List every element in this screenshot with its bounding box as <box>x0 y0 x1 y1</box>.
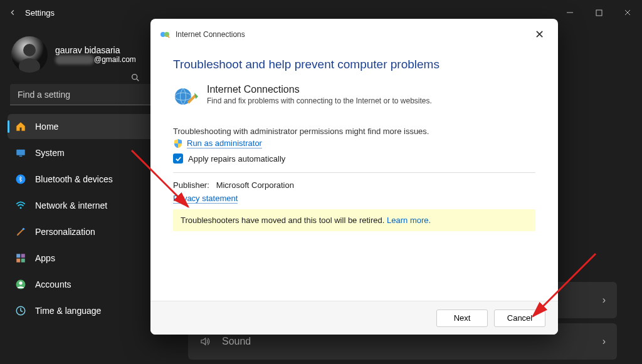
email-redacted <box>55 55 94 65</box>
dialog-breadcrumb: Internet Connections <box>176 30 245 39</box>
apply-repairs-row[interactable]: Apply repairs automatically <box>173 153 535 164</box>
close-button[interactable] <box>613 0 642 25</box>
bluetooth-icon <box>15 174 26 185</box>
svg-point-10 <box>20 207 22 209</box>
checkbox-checked[interactable] <box>173 153 183 164</box>
apply-repairs-label: Apply repairs automatically <box>188 154 285 164</box>
chevron-right-icon: › <box>603 294 606 306</box>
sidebar-item-apps[interactable]: Apps <box>8 246 155 271</box>
deprecation-banner: Troubleshooters have moved and this tool… <box>173 209 535 231</box>
dialog-header: Internet Connections ✕ <box>150 19 558 48</box>
apps-icon <box>15 252 26 264</box>
chevron-right-icon: › <box>603 336 606 347</box>
svg-point-3 <box>23 44 36 56</box>
internet-connections-icon <box>173 84 198 109</box>
sidebar-item-accounts[interactable]: Accounts <box>8 272 155 297</box>
clock-globe-icon <box>15 305 26 316</box>
svg-rect-7 <box>16 150 25 155</box>
cancel-button[interactable]: Cancel <box>494 309 545 327</box>
sidebar-item-label: Accounts <box>35 279 71 289</box>
sidebar-item-personalization[interactable]: Personalization <box>8 219 155 244</box>
sidebar-item-label: Network & internet <box>35 200 107 211</box>
sidebar-item-home[interactable]: Home <box>8 114 155 139</box>
sidebar-item-label: Apps <box>35 253 55 263</box>
publisher-row: Publisher: Microsoft Corporation <box>173 180 535 190</box>
sidebar-item-network[interactable]: Network & internet <box>8 193 155 218</box>
sidebar-item-bluetooth[interactable]: Bluetooth & devices <box>8 167 155 192</box>
search-icon <box>130 73 140 85</box>
svg-rect-14 <box>16 259 20 263</box>
svg-rect-15 <box>21 259 25 263</box>
profile-email: @gmail.com <box>55 55 136 64</box>
system-icon <box>15 147 26 159</box>
sidebar-item-system[interactable]: System <box>8 140 155 165</box>
home-icon <box>15 121 26 132</box>
learn-more-link[interactable]: Learn more. <box>387 216 431 225</box>
sidebar-item-label: Personalization <box>35 227 95 237</box>
svg-rect-13 <box>21 254 25 257</box>
admin-note: Troubleshooting with administrator permi… <box>173 127 535 136</box>
item-title: Internet Connections <box>207 84 432 95</box>
svg-point-5 <box>132 75 137 80</box>
search-wrap <box>10 84 153 105</box>
sidebar-item-label: Home <box>35 122 58 132</box>
app-title: Settings <box>25 8 55 18</box>
wifi-icon <box>15 200 26 211</box>
sidebar-item-time[interactable]: Time & language <box>8 298 155 323</box>
dialog-heading: Troubleshoot and help prevent computer p… <box>173 58 535 71</box>
person-icon <box>15 279 26 290</box>
nav-list: Home System Bluetooth & devices Network … <box>8 114 155 323</box>
privacy-link[interactable]: Privacy statement <box>173 194 238 204</box>
search-input[interactable] <box>10 84 153 105</box>
item-desc: Find and fix problems with connecting to… <box>207 96 432 105</box>
sidebar-item-label: Time & language <box>35 306 101 316</box>
run-as-admin-link[interactable]: Run as administrator <box>187 138 262 148</box>
troubleshoot-icon <box>159 29 171 40</box>
dialog-body: Troubleshoot and help prevent computer p… <box>150 48 558 301</box>
svg-line-6 <box>137 79 139 81</box>
svg-point-17 <box>19 281 22 284</box>
svg-rect-8 <box>19 156 23 157</box>
divider <box>173 172 535 173</box>
dialog-close-button[interactable]: ✕ <box>530 25 549 44</box>
row-label: Sound <box>222 336 251 347</box>
profile-name: gaurav bidasaria <box>55 45 136 55</box>
profile-block[interactable]: gaurav bidasaria @gmail.com <box>11 36 152 73</box>
maximize-button[interactable] <box>584 0 613 25</box>
sidebar: gaurav bidasaria @gmail.com Home System … <box>0 25 163 364</box>
troubleshooter-item[interactable]: Internet Connections Find and fix proble… <box>173 84 535 109</box>
next-button[interactable]: Next <box>436 309 488 327</box>
svg-rect-12 <box>16 254 20 257</box>
brush-icon <box>15 226 26 237</box>
minimize-button[interactable] <box>555 0 584 25</box>
avatar <box>11 36 48 73</box>
sidebar-item-label: Bluetooth & devices <box>35 174 113 184</box>
troubleshooter-dialog: Internet Connections ✕ Troubleshoot and … <box>150 19 558 335</box>
back-button[interactable] <box>0 8 25 17</box>
dialog-footer: Next Cancel <box>150 301 558 335</box>
sidebar-item-label: System <box>35 148 65 158</box>
svg-rect-1 <box>596 10 602 16</box>
shield-icon <box>173 138 183 148</box>
volume-icon <box>199 336 211 347</box>
